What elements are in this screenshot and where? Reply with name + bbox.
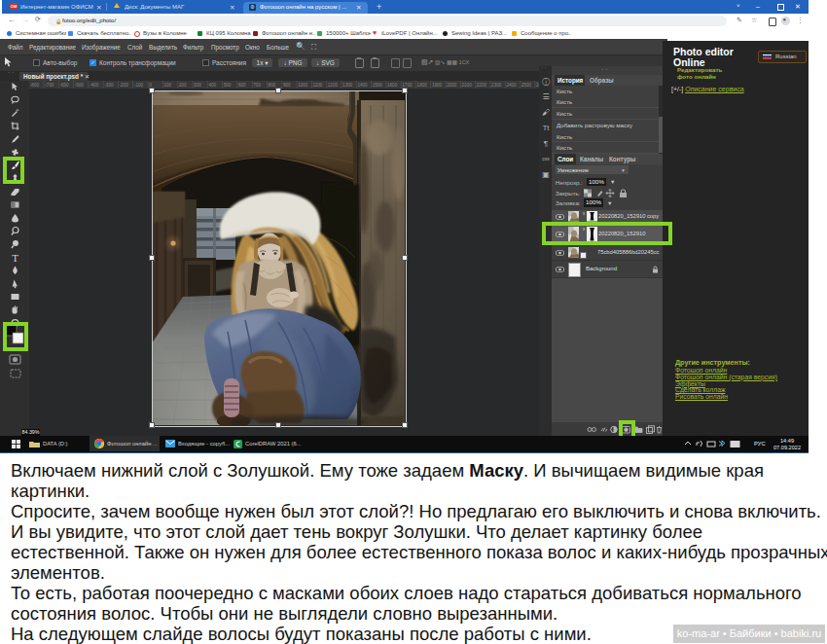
svg-text:1900: 1900 (432, 83, 443, 88)
svg-text:900: 900 (283, 83, 291, 88)
svg-text:200: 200 (179, 83, 187, 88)
svg-text:1300: 1300 (342, 83, 353, 88)
svg-text:1500: 1500 (373, 83, 383, 88)
svg-text:100: 100 (164, 83, 172, 88)
svg-text:2500: 2500 (521, 83, 532, 88)
svg-text:-100: -100 (134, 83, 144, 88)
svg-text:500: 500 (224, 83, 232, 88)
svg-text:-800: -800 (30, 83, 40, 88)
svg-text:-300: -300 (104, 83, 114, 88)
svg-text:-200: -200 (120, 83, 129, 88)
svg-text:400: 400 (208, 83, 216, 88)
svg-text:600: 600 (238, 83, 246, 88)
svg-text:700: 700 (253, 83, 261, 88)
svg-text:2000: 2000 (447, 83, 457, 88)
svg-text:-400: -400 (90, 83, 99, 88)
svg-text:-600: -600 (59, 83, 69, 88)
svg-text:1100: 1100 (313, 83, 323, 88)
svg-text:1800: 1800 (417, 83, 428, 88)
svg-text:2400: 2400 (506, 83, 517, 88)
svg-text:2100: 2100 (462, 83, 473, 88)
svg-text:T: T (12, 252, 18, 264)
svg-text:300: 300 (194, 83, 201, 88)
svg-text:2200: 2200 (477, 83, 487, 88)
svg-text:1400: 1400 (357, 83, 368, 88)
svg-text:1600: 1600 (387, 83, 398, 88)
svg-text:-500: -500 (75, 83, 85, 88)
svg-text:-700: -700 (45, 83, 54, 88)
svg-text:1000: 1000 (298, 83, 308, 88)
svg-text:2300: 2300 (491, 83, 502, 88)
svg-text:1200: 1200 (328, 83, 339, 88)
